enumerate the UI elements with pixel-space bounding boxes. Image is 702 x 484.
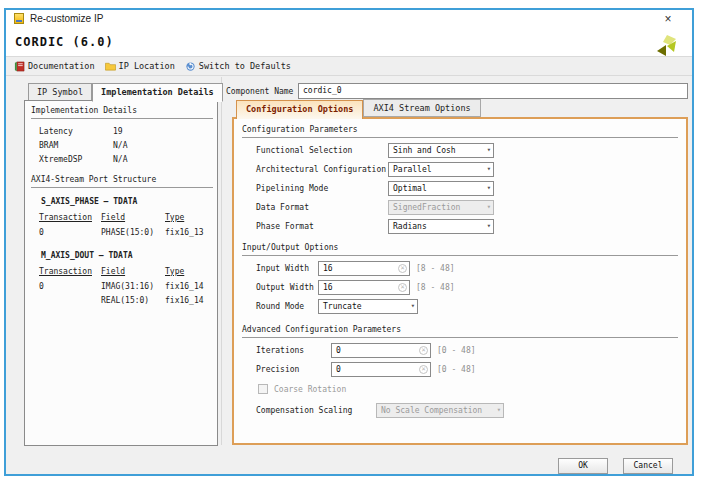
table-cell: REAL(15:0) [101, 296, 149, 305]
field-label: Precision [256, 365, 299, 374]
select-value: Sinh and Cosh [393, 146, 456, 155]
select-value: Parallel [393, 165, 432, 174]
window-title: Re-customize IP [30, 13, 103, 24]
output-width-input[interactable]: 16 × [318, 280, 410, 295]
select-value: Truncate [323, 302, 362, 311]
column-header: Type [165, 267, 184, 276]
page-title: CORDIC (6.0) [15, 35, 114, 49]
field-label: Pipelining Mode [256, 184, 328, 193]
column-header: Field [101, 267, 125, 276]
functional-selection-select[interactable]: Sinh and Cosh ▾ [388, 143, 494, 158]
chevron-down-icon: ▾ [487, 201, 491, 214]
dialog-header: CORDIC (6.0) [6, 28, 692, 56]
iterations-input[interactable]: 0 × [331, 343, 431, 358]
tab-implementation-details[interactable]: Implementation Details [92, 83, 223, 102]
documentation-book-icon [14, 61, 25, 72]
range-hint: [8 - 48] [416, 283, 455, 292]
tab-configuration-options[interactable]: Configuration Options [236, 100, 363, 119]
screen: Re-customize IP × CORDIC (6.0) Documenta… [0, 0, 702, 484]
implementation-details-panel: Implementation Details Latency 19 BRAM N… [24, 100, 218, 446]
input-value: 16 [323, 264, 333, 273]
clear-icon[interactable]: × [398, 283, 407, 292]
table-cell: fix16_14 [165, 296, 204, 305]
toolbar-item-label: Switch to Defaults [199, 61, 291, 71]
column-header: Type [165, 213, 184, 222]
architectural-configuration-select[interactable]: Parallel ▾ [388, 162, 494, 177]
stat-value: 19 [113, 127, 123, 136]
right-tabbar: Configuration Options AXI4 Stream Option… [236, 99, 481, 117]
input-width-input[interactable]: 16 × [318, 261, 410, 276]
cancel-button[interactable]: Cancel [623, 458, 673, 474]
clear-icon[interactable]: × [419, 365, 428, 374]
toolbar: Documentation IP Location Switch to Defa… [6, 56, 692, 76]
table-cell: fix16_13 [165, 228, 204, 237]
toolbar-item-label: IP Location [119, 61, 175, 71]
window-icon [14, 13, 24, 24]
field-label: Phase Format [256, 222, 314, 231]
input-value: 0 [336, 365, 341, 374]
window-titlebar[interactable]: Re-customize IP × [6, 10, 692, 28]
compensation-scaling-select: No Scale Compensation ▾ [376, 403, 504, 418]
component-name-input[interactable]: cordic_0 [298, 83, 688, 99]
precision-input[interactable]: 0 × [331, 362, 431, 377]
select-value: No Scale Compensation [381, 406, 482, 415]
configuration-options-panel: Configuration Parameters Functional Sele… [232, 117, 688, 445]
switch-to-defaults-button[interactable]: Switch to Defaults [182, 60, 294, 73]
stat-label: BRAM [39, 141, 58, 150]
toolbar-item-label: Documentation [28, 61, 95, 71]
table-cell: 0 [39, 282, 44, 291]
field-label: Functional Selection [256, 146, 352, 155]
table-cell: fix16_14 [165, 282, 204, 291]
field-label: Output Width [256, 283, 314, 292]
section-title-port-structure: AXI4-Stream Port Structure [31, 175, 213, 188]
input-value: 16 [323, 283, 333, 292]
documentation-button[interactable]: Documentation [11, 60, 98, 73]
range-hint: [8 - 48] [416, 264, 455, 273]
chevron-down-icon: ▾ [487, 144, 491, 157]
panel-splitter[interactable] [221, 77, 222, 445]
field-label: Iterations [256, 346, 304, 355]
section-title-io-options: Input/Output Options [242, 243, 678, 256]
column-header: Transaction [39, 213, 92, 222]
field-label: Input Width [256, 264, 309, 273]
stat-label: XtremeDSP [39, 155, 82, 164]
stat-label: Latency [39, 127, 73, 136]
ip-location-button[interactable]: IP Location [102, 60, 178, 72]
field-label: Architectural Configuration [256, 165, 386, 174]
chevron-down-icon: ▾ [497, 404, 501, 417]
chevron-down-icon: ▾ [487, 220, 491, 233]
clear-icon[interactable]: × [398, 264, 407, 273]
column-header: Transaction [39, 267, 92, 276]
pipelining-mode-select[interactable]: Optimal ▾ [388, 181, 494, 196]
input-value: 0 [336, 346, 341, 355]
range-hint: [0 - 48] [437, 365, 476, 374]
field-label: Data Format [256, 203, 309, 212]
table-cell: IMAG(31:16) [101, 282, 154, 291]
phase-format-select[interactable]: Radians ▾ [388, 219, 494, 234]
left-tabbar: IP Symbol Implementation Details [28, 83, 223, 101]
stat-value: N/A [113, 155, 127, 164]
recustomize-ip-dialog: Re-customize IP × CORDIC (6.0) Documenta… [4, 8, 694, 476]
section-title-advanced: Advanced Configuration Parameters [242, 325, 678, 338]
checkbox-label: Coarse Rotation [274, 385, 346, 394]
chevron-down-icon: ▾ [487, 182, 491, 195]
switch-to-defaults-icon [185, 61, 196, 72]
section-title-implementation-details: Implementation Details [31, 106, 213, 119]
table-cell: 0 [39, 228, 44, 237]
folder-icon [105, 61, 116, 71]
clear-icon[interactable]: × [419, 346, 428, 355]
field-label: Round Mode [256, 302, 304, 311]
round-mode-select[interactable]: Truncate ▾ [318, 299, 418, 314]
close-icon[interactable]: × [660, 12, 676, 26]
ok-button[interactable]: OK [558, 458, 608, 474]
field-label: Compensation Scaling [256, 406, 352, 415]
xilinx-logo-icon [654, 34, 678, 58]
select-value: Optimal [393, 184, 427, 193]
chevron-down-icon: ▾ [411, 300, 415, 313]
port-group-name: M_AXIS_DOUT — TDATA [41, 251, 133, 260]
tab-ip-symbol[interactable]: IP Symbol [28, 83, 92, 101]
table-cell: PHASE(15:0) [101, 228, 154, 237]
stat-value: N/A [113, 141, 127, 150]
select-value: Radians [393, 222, 427, 231]
tab-axi4-stream-options[interactable]: AXI4 Stream Options [363, 99, 480, 117]
